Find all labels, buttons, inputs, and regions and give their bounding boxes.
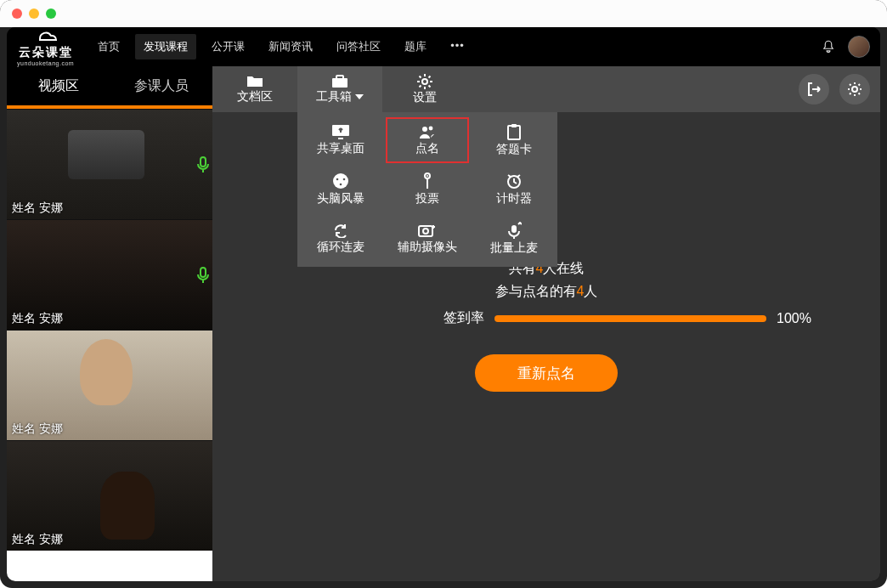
brand-sub: yunduoketang.com [17, 60, 74, 66]
svg-point-10 [336, 178, 339, 181]
topnav-right [821, 36, 870, 58]
alarm-icon [506, 172, 523, 189]
sidebar: 视频区 参课人员 姓名 安娜 姓名 安娜 [7, 66, 212, 581]
signin-rate-row: 签到率 100% [246, 309, 846, 327]
tool-toolbox-label: 工具箱 [316, 89, 364, 105]
video-tile-4[interactable]: 姓名 安娜 [7, 440, 212, 551]
sidebar-tabs: 视频区 参课人员 [7, 66, 212, 109]
tool-doc-area[interactable]: 文档区 [212, 66, 297, 112]
dd-loop-mic[interactable]: 循环连麦 [297, 214, 384, 263]
dd-answer-card[interactable]: 答题卡 [471, 116, 557, 165]
video-name-3: 姓名 安娜 [12, 421, 63, 437]
signin-progress [494, 315, 766, 322]
svg-point-14 [427, 175, 428, 177]
main-panel: 文档区 工具箱 设置 [212, 66, 880, 581]
dd-share-screen[interactable]: 共享桌面 [297, 116, 384, 165]
video-tile-2[interactable]: 姓名 安娜 [7, 219, 212, 330]
gear-icon [416, 73, 433, 90]
nav-home[interactable]: 首页 [89, 34, 128, 59]
svg-point-3 [852, 87, 857, 92]
nav-public[interactable]: 公开课 [203, 34, 253, 59]
tab-participants[interactable]: 参课人员 [110, 66, 212, 105]
briefcase-icon [331, 74, 348, 89]
dd-aux-camera[interactable]: 辅助摄像头 [384, 214, 471, 263]
nav-bank[interactable]: 题库 [396, 34, 435, 59]
nav-qa[interactable]: 问答社区 [328, 34, 389, 59]
exit-icon [806, 82, 822, 97]
content-area: 视频区 参课人员 姓名 安娜 姓名 安娜 [7, 66, 880, 581]
tab-video-area[interactable]: 视频区 [7, 66, 110, 105]
tool-settings[interactable]: 设置 [382, 66, 467, 112]
svg-rect-8 [511, 124, 517, 127]
gear-icon [847, 82, 862, 97]
dd-rollcall[interactable]: 点名 [384, 116, 471, 165]
svg-point-9 [333, 173, 348, 189]
toolbar-right [799, 66, 880, 112]
svg-rect-1 [336, 76, 343, 79]
svg-rect-7 [508, 126, 520, 139]
svg-point-11 [343, 178, 346, 181]
maximize-window-button[interactable] [46, 8, 56, 19]
tool-doc-label: 文档区 [237, 89, 273, 105]
exit-button[interactable] [799, 74, 829, 105]
video-tile-3[interactable]: 姓名 安娜 [7, 330, 212, 440]
camera-plus-icon [418, 223, 437, 238]
signin-rate-label: 签到率 [444, 309, 484, 327]
nav-discover[interactable]: 发现课程 [135, 34, 196, 59]
dd-brainstorm[interactable]: 头脑风暴 [297, 165, 384, 214]
video-name-2: 姓名 安娜 [12, 311, 63, 326]
monitor-share-icon [331, 124, 350, 139]
people-icon [418, 124, 437, 139]
mic-up-icon [506, 222, 522, 239]
signin-progress-fill [494, 315, 766, 322]
mac-titlebar [0, 0, 887, 27]
toolbox-dropdown: 共享桌面 点名 答题卡 头脑风暴 [297, 112, 557, 267]
empty-video-slot [7, 551, 212, 581]
dd-timer[interactable]: 计时器 [471, 165, 557, 214]
nav-links: 首页 发现课程 公开课 新闻资讯 问答社区 题库 ••• [89, 34, 473, 59]
settings-button[interactable] [839, 74, 870, 105]
svg-point-6 [429, 127, 433, 131]
brand-logo[interactable]: 云朵课堂 yunduoketang.com [17, 27, 74, 66]
clipboard-icon [506, 123, 522, 140]
dd-batch-mic[interactable]: 批量上麦 [471, 214, 557, 263]
close-window-button[interactable] [12, 8, 22, 19]
svg-point-2 [422, 79, 427, 84]
minimize-window-button[interactable] [29, 8, 39, 19]
video-name-1: 姓名 安娜 [12, 201, 63, 216]
top-nav: 云朵课堂 yunduoketang.com 首页 发现课程 公开课 新闻资讯 问… [7, 27, 880, 66]
signin-rate-pct: 100% [777, 311, 811, 326]
svg-rect-18 [511, 225, 517, 233]
cloud-icon [31, 27, 61, 44]
tool-toolbox[interactable]: 工具箱 [297, 66, 382, 112]
redo-rollcall-button[interactable]: 重新点名 [475, 354, 618, 392]
main-toolbar: 文档区 工具箱 设置 [212, 66, 880, 112]
nav-more[interactable]: ••• [442, 34, 473, 59]
video-name-4: 姓名 安娜 [12, 532, 63, 547]
film-icon [332, 172, 349, 189]
hand-tap-icon [420, 172, 435, 189]
mic-on-icon [197, 156, 209, 173]
dd-vote[interactable]: 投票 [384, 165, 471, 214]
nav-news[interactable]: 新闻资讯 [260, 34, 321, 59]
video-list: 姓名 安娜 姓名 安娜 姓名 安娜 姓名 安娜 [7, 109, 212, 581]
folder-icon [246, 74, 263, 89]
mic-on-icon [197, 267, 209, 284]
attended-line: 参与点名的有4人 [246, 280, 846, 302]
svg-point-17 [423, 229, 428, 234]
svg-point-5 [422, 127, 427, 132]
svg-point-12 [340, 184, 342, 186]
rollcall-result: 共有4人在线 参与点名的有4人 签到率 100% 重新点名 [212, 257, 880, 392]
svg-rect-16 [419, 226, 432, 236]
tool-settings-label: 设置 [413, 90, 437, 105]
loop-icon [332, 223, 349, 238]
bell-icon[interactable] [821, 39, 836, 54]
chevron-down-icon [355, 94, 364, 99]
video-tile-1[interactable]: 姓名 安娜 [7, 109, 212, 219]
app-window: 云朵课堂 yunduoketang.com 首页 发现课程 公开课 新闻资讯 问… [0, 0, 887, 588]
brand-name: 云朵课堂 [19, 45, 73, 59]
user-avatar[interactable] [848, 36, 870, 58]
app-body: 云朵课堂 yunduoketang.com 首页 发现课程 公开课 新闻资讯 问… [7, 27, 880, 581]
